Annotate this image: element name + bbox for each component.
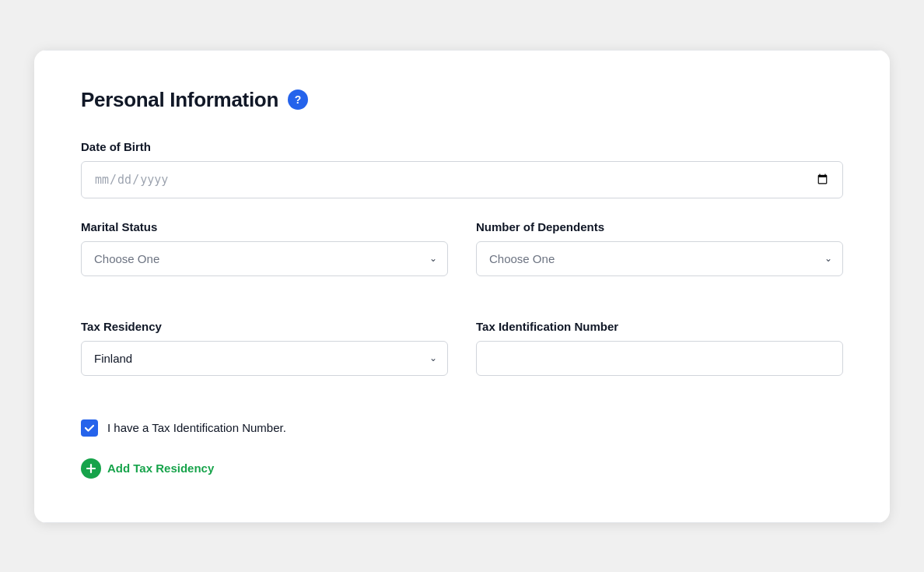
- tax-id-checkbox-row: I have a Tax Identification Number.: [81, 419, 843, 437]
- tax-id-number-group: Tax Identification Number: [476, 320, 843, 376]
- tax-residency-row: Tax Residency Finland Sweden Norway Denm…: [81, 320, 843, 398]
- marital-status-label: Marital Status: [81, 220, 448, 233]
- tax-id-number-label: Tax Identification Number: [476, 320, 843, 333]
- tax-residency-group: Tax Residency Finland Sweden Norway Denm…: [81, 320, 448, 376]
- add-circle-icon: [81, 458, 101, 479]
- tax-residency-label: Tax Residency: [81, 320, 448, 333]
- tax-id-number-input[interactable]: [476, 341, 843, 376]
- checkmark-icon: [84, 423, 95, 433]
- dependents-group: Number of Dependents Choose One 0 1 2 3 …: [476, 220, 843, 276]
- dependents-label: Number of Dependents: [476, 220, 843, 233]
- form-content: Personal Information ? Date of Birth Mar…: [34, 51, 890, 522]
- marital-status-select-wrapper: Choose One Single Married Divorced Widow…: [81, 241, 448, 276]
- dependents-select-wrapper: Choose One 0 1 2 3 4 5+ ⌄: [476, 241, 843, 276]
- date-input-wrapper: [81, 161, 843, 198]
- marital-status-select[interactable]: Choose One Single Married Divorced Widow…: [81, 241, 448, 276]
- marital-dependents-row: Marital Status Choose One Single Married…: [81, 220, 843, 298]
- date-of-birth-input[interactable]: [81, 161, 843, 198]
- marital-status-group: Marital Status Choose One Single Married…: [81, 220, 448, 276]
- page-title: Personal Information: [81, 88, 278, 112]
- add-tax-residency-label: Add Tax Residency: [107, 461, 214, 475]
- form-card: Personal Information ? Date of Birth Mar…: [34, 50, 890, 523]
- bottom-divider: [34, 522, 890, 523]
- tax-residency-select[interactable]: Finland Sweden Norway Denmark Estonia: [81, 341, 448, 376]
- section-title-row: Personal Information ?: [81, 88, 843, 112]
- date-of-birth-group: Date of Birth: [81, 140, 843, 198]
- dependents-select[interactable]: Choose One 0 1 2 3 4 5+: [476, 241, 843, 276]
- tax-id-checkbox[interactable]: [81, 419, 98, 437]
- add-tax-residency-button[interactable]: Add Tax Residency: [81, 458, 214, 479]
- help-icon[interactable]: ?: [288, 89, 308, 110]
- plus-icon: [85, 462, 97, 475]
- tax-residency-select-wrapper: Finland Sweden Norway Denmark Estonia ⌄: [81, 341, 448, 376]
- date-of-birth-label: Date of Birth: [81, 140, 843, 153]
- tax-id-checkbox-label: I have a Tax Identification Number.: [107, 421, 286, 434]
